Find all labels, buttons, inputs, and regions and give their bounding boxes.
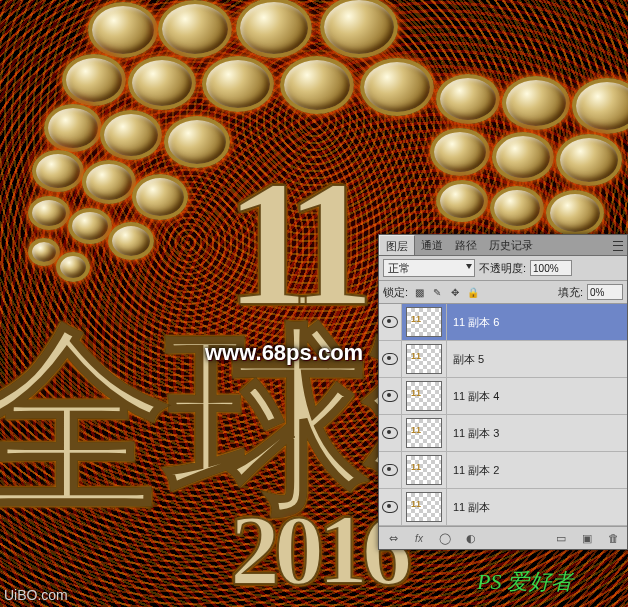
visibility-toggle[interactable]: [379, 341, 402, 377]
layer-list: 11 11 副本 6 11 副本 5 11 11 副本 4 11 11 副本 3…: [379, 304, 627, 526]
coin-icon: [360, 58, 434, 116]
coin-icon: [28, 196, 70, 230]
watermark-corner: PS 爱好者: [477, 567, 573, 597]
visibility-toggle[interactable]: [379, 415, 402, 451]
coin-icon: [320, 0, 398, 58]
watermark-sub: UiBO.com: [4, 587, 68, 603]
layer-row[interactable]: 11 11 副本 6: [379, 304, 627, 341]
new-layer-icon[interactable]: ▣: [579, 531, 595, 545]
panel-options-row1: 正常 不透明度: 100%: [379, 256, 627, 281]
layer-name[interactable]: 11 副本 6: [447, 315, 627, 330]
chevron-down-icon: [466, 264, 472, 269]
fill-value: 0%: [590, 287, 604, 298]
eye-icon: [382, 353, 398, 365]
coin-icon: [132, 174, 188, 220]
layer-name[interactable]: 11 副本 4: [447, 389, 627, 404]
visibility-toggle[interactable]: [379, 378, 402, 414]
visibility-toggle[interactable]: [379, 489, 402, 525]
coin-icon: [556, 134, 622, 186]
layer-thumbnail[interactable]: 11: [402, 341, 447, 377]
coin-icon: [492, 132, 554, 182]
coin-icon: [502, 76, 570, 130]
layer-name[interactable]: 11 副本: [447, 500, 627, 515]
visibility-toggle[interactable]: [379, 452, 402, 488]
layer-name[interactable]: 副本 5: [447, 352, 627, 367]
layer-thumbnail[interactable]: 11: [402, 452, 447, 488]
lock-transparency-icon[interactable]: ▩: [412, 285, 426, 299]
coin-icon: [100, 110, 162, 160]
adjustment-icon[interactable]: ◐: [463, 531, 479, 545]
visibility-toggle[interactable]: [379, 304, 402, 340]
layer-thumbnail[interactable]: 11: [402, 489, 447, 525]
tab-paths[interactable]: 路径: [449, 235, 483, 255]
coin-icon: [546, 190, 604, 236]
layer-name[interactable]: 11 副本 2: [447, 463, 627, 478]
coin-icon: [572, 78, 628, 134]
opacity-field[interactable]: 100%: [530, 260, 572, 276]
fill-label: 填充:: [558, 285, 583, 300]
coin-icon: [62, 54, 126, 106]
layer-name[interactable]: 11 副本 3: [447, 426, 627, 441]
mask-icon[interactable]: ◯: [437, 531, 453, 545]
coin-icon: [202, 56, 274, 112]
layers-panel: 图层 通道 路径 历史记录 正常 不透明度: 100% 锁定: ▩ ✎ ✥ 🔒 …: [378, 234, 628, 550]
panel-options-row2: 锁定: ▩ ✎ ✥ 🔒 填充: 0%: [379, 281, 627, 304]
tab-history[interactable]: 历史记录: [483, 235, 539, 255]
group-icon[interactable]: ▭: [553, 531, 569, 545]
layer-thumbnail[interactable]: 11: [402, 415, 447, 451]
coin-icon: [490, 186, 544, 230]
coin-icon: [164, 116, 230, 168]
panel-tabs: 图层 通道 路径 历史记录: [379, 235, 627, 256]
coin-icon: [158, 0, 232, 58]
tab-channels[interactable]: 通道: [415, 235, 449, 255]
coin-icon: [128, 56, 196, 110]
layer-thumbnail[interactable]: 11: [402, 378, 447, 414]
watermark-main: www.68ps.com: [205, 340, 363, 366]
lock-label: 锁定:: [383, 285, 408, 300]
coin-icon: [28, 238, 60, 266]
panel-menu-icon[interactable]: [611, 237, 625, 255]
fx-icon[interactable]: fx: [411, 531, 427, 545]
blend-mode-value: 正常: [388, 261, 410, 276]
layer-row[interactable]: 11 11 副本 4: [379, 378, 627, 415]
coin-icon: [88, 2, 158, 58]
coin-icon: [44, 104, 102, 152]
opacity-label: 不透明度:: [479, 261, 526, 276]
layer-row[interactable]: 11 11 副本 3: [379, 415, 627, 452]
eye-icon: [382, 427, 398, 439]
eye-icon: [382, 316, 398, 328]
trash-icon[interactable]: 🗑: [605, 531, 621, 545]
layer-row[interactable]: 11 11 副本: [379, 489, 627, 526]
opacity-value: 100%: [533, 263, 559, 274]
lock-all-icon[interactable]: 🔒: [466, 285, 480, 299]
layer-thumbnail[interactable]: 11: [402, 304, 447, 340]
tab-layers[interactable]: 图层: [379, 235, 415, 255]
coin-icon: [82, 160, 136, 204]
panel-footer: ⇔ fx ◯ ◐ ▭ ▣ 🗑: [379, 526, 627, 549]
layer-row[interactable]: 11 11 副本 2: [379, 452, 627, 489]
coin-icon: [436, 74, 500, 124]
eye-icon: [382, 501, 398, 513]
coin-icon: [280, 56, 354, 114]
lock-position-icon[interactable]: ✥: [448, 285, 462, 299]
coin-icon: [56, 252, 90, 282]
fill-field[interactable]: 0%: [587, 284, 623, 300]
coin-icon: [68, 208, 112, 244]
blend-mode-select[interactable]: 正常: [383, 259, 475, 277]
eye-icon: [382, 464, 398, 476]
lock-pixels-icon[interactable]: ✎: [430, 285, 444, 299]
coin-icon: [108, 222, 154, 260]
layer-row[interactable]: 11 副本 5: [379, 341, 627, 378]
coin-icon: [32, 150, 84, 192]
coin-icon: [436, 180, 488, 222]
eye-icon: [382, 390, 398, 402]
coin-icon: [430, 128, 490, 176]
link-layers-icon[interactable]: ⇔: [385, 531, 401, 545]
coin-icon: [236, 0, 312, 58]
